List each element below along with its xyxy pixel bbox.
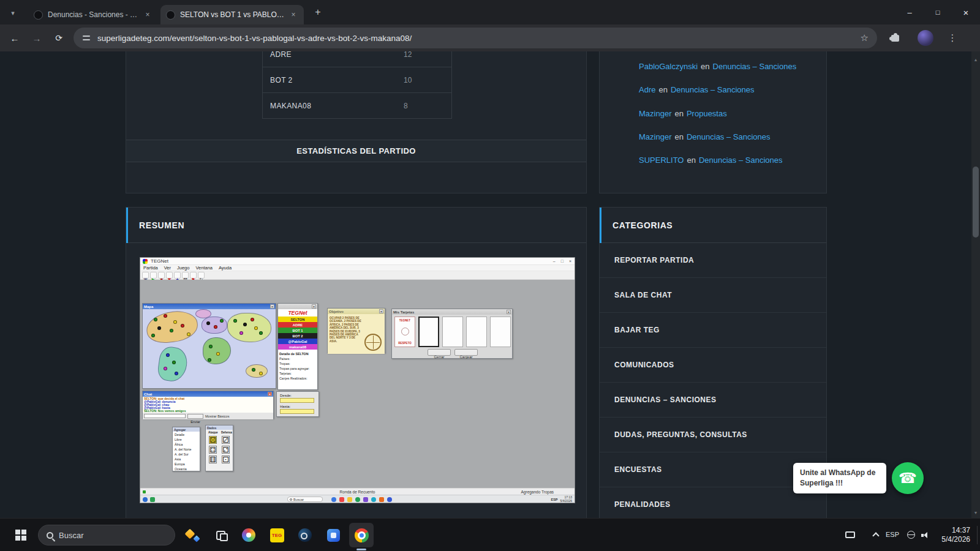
profile-avatar[interactable] xyxy=(918,30,933,46)
color-wheel-icon xyxy=(242,528,255,542)
comment-topic-link[interactable]: Denuncias – Sanciones xyxy=(671,85,755,94)
category-dudas-preguntas[interactable]: DUDAS, PREGUNTAS, CONSULTAS xyxy=(600,418,826,452)
close-icon xyxy=(270,304,274,309)
comment-topic-link[interactable]: Denuncias – Sanciones xyxy=(699,156,783,165)
army-marker xyxy=(170,329,173,332)
minimize-button[interactable] xyxy=(895,0,924,24)
teg-toolbar xyxy=(140,271,575,280)
comment-author-link[interactable]: Mazinger xyxy=(639,109,671,118)
app-button[interactable] xyxy=(236,523,261,547)
bookmark-star-icon[interactable] xyxy=(861,32,869,43)
tab-denuncias[interactable]: Denuncias - Sanciones - Superliga xyxy=(28,5,158,24)
show-desktop-divider[interactable] xyxy=(977,526,978,544)
browser-toolbar: superligadeteg.com/event/selton-vs-bot-1… xyxy=(0,24,980,51)
task-view-button[interactable] xyxy=(208,523,233,547)
reload-button[interactable] xyxy=(50,29,67,47)
comment-topic-link[interactable]: Denuncias – Sanciones xyxy=(713,62,797,71)
comment-author-link[interactable]: PabloGalczynski xyxy=(639,62,698,71)
recent-comments-panel: PabloGalczynski en Denuncias – Sanciones… xyxy=(599,51,827,193)
army-marker xyxy=(209,345,213,348)
taskbar-search[interactable]: Buscar xyxy=(38,525,175,545)
scroll-up-icon[interactable] xyxy=(973,53,978,64)
match-screenshot-image[interactable]: TEGNet –□× Partida Ver Juego Ventana Ayu… xyxy=(140,258,575,503)
player-row: BOT 2 xyxy=(278,333,317,339)
toolbar-refresh-icon xyxy=(198,272,205,279)
scrollbar-thumb[interactable] xyxy=(973,167,979,238)
toolbar-play-icon xyxy=(150,272,157,279)
mostrar-basicos-label: Mostrar Básicos xyxy=(205,414,229,418)
search-placeholder: Buscar xyxy=(59,531,83,540)
table-row: MAKANA08 8 xyxy=(263,93,451,119)
app-button[interactable] xyxy=(293,523,317,547)
mini-app-icon xyxy=(371,497,376,502)
category-penalidades[interactable]: PENALIDADES xyxy=(600,487,826,518)
tab-match[interactable]: SELTON vs BOT 1 vs PABLOGAL xyxy=(160,5,304,24)
back-button[interactable] xyxy=(6,29,23,47)
teg-chat-window: Chat SELTON: que decida el chat @PabloGa… xyxy=(142,391,274,419)
page-scrollbar[interactable] xyxy=(971,51,980,518)
category-reportar-partida[interactable]: REPORTAR PARTIDA xyxy=(600,243,826,278)
comment-author-link[interactable]: SUPERLITO xyxy=(639,156,684,165)
start-button[interactable] xyxy=(9,523,33,547)
hasta-field xyxy=(280,409,314,414)
tab-search-button[interactable] xyxy=(6,6,20,19)
tray-chevron-up-icon[interactable] xyxy=(872,532,879,539)
copilot-button[interactable] xyxy=(180,523,205,547)
chat-window-titlebar: Chat xyxy=(143,391,273,397)
category-comunicados[interactable]: COMUNICADOS xyxy=(600,348,826,383)
comment-topic-link[interactable]: Denuncias – Sanciones xyxy=(687,132,771,141)
mini-app-icon xyxy=(339,497,344,502)
close-button[interactable] xyxy=(952,0,980,24)
network-icon[interactable] xyxy=(907,531,915,539)
page-viewport: ADRE 12 BOT 2 10 MAKANA08 8 ESTADÍSTICAS… xyxy=(0,51,980,518)
resumen-panel: RESUMEN TEGNet –□× Partida Ver Juego Ven… xyxy=(126,207,587,518)
objective-card: OCUPAR 2 PAÍSES DE OCEANÍA, 2 PAÍSES DE … xyxy=(328,314,385,354)
comment-author-link[interactable]: Mazinger xyxy=(639,132,671,141)
category-bajar-teg[interactable]: BAJAR TEG xyxy=(600,313,826,348)
categories-header: CATEGORIAS xyxy=(600,208,826,243)
whatsapp-button[interactable] xyxy=(892,462,924,494)
category-sala-de-chat[interactable]: SALA DE CHAT xyxy=(600,278,826,313)
address-bar[interactable]: superligadeteg.com/event/selton-vs-bot-1… xyxy=(74,28,877,48)
comment-entry: Adre en Denuncias – Sanciones xyxy=(639,84,755,95)
cerrar-button: Cerrar xyxy=(428,349,451,356)
maximize-button[interactable] xyxy=(924,0,952,24)
teg-app-button[interactable]: TEG xyxy=(265,523,289,547)
language-indicator[interactable]: ESP xyxy=(886,531,899,538)
comment-topic-link[interactable]: Propuestas xyxy=(687,109,727,118)
agregar-list: Detalle Libre África A. del Norte A. del… xyxy=(173,432,200,472)
volume-icon[interactable] xyxy=(921,531,929,539)
extensions-icon[interactable] xyxy=(889,32,901,43)
chrome-app-button[interactable] xyxy=(349,523,374,547)
tab-close-icon[interactable] xyxy=(288,10,298,20)
chrome-icon xyxy=(355,528,369,542)
army-marker xyxy=(164,367,167,370)
army-marker xyxy=(259,372,263,375)
tab-title: Denuncias - Sanciones - Superliga xyxy=(48,10,139,19)
resumen-header: RESUMEN xyxy=(126,208,586,243)
new-tab-button[interactable] xyxy=(311,6,325,19)
round-status: Ronda de Recuento xyxy=(140,490,575,494)
army-marker xyxy=(214,325,217,329)
site-settings-icon[interactable] xyxy=(82,34,91,42)
teg-status-bar: Ronda de Recuento Agregando Tropas xyxy=(140,488,575,495)
scroll-down-icon[interactable] xyxy=(973,506,978,517)
army-marker xyxy=(243,323,247,326)
app-button[interactable] xyxy=(321,523,345,547)
category-denuncias-sanciones[interactable]: DENUNCIAS – SANCIONES xyxy=(600,383,826,418)
desde-label: Desde: xyxy=(280,394,292,397)
card-slot-selected xyxy=(418,317,439,347)
taskbar-clock[interactable]: 14:37 5/4/2026 xyxy=(941,526,970,544)
mini-app-icon xyxy=(355,497,360,502)
tab-close-icon[interactable] xyxy=(143,10,153,20)
touch-keyboard-icon[interactable] xyxy=(845,531,855,538)
forward-button[interactable] xyxy=(28,29,45,47)
tab-title: SELTON vs BOT 1 vs PABLOGAL xyxy=(180,10,285,19)
comment-entry: Mazinger en Propuestas xyxy=(639,108,727,119)
browser-menu-icon[interactable] xyxy=(944,30,960,46)
agregar-item: A. del Norte xyxy=(175,447,198,452)
mini-app-icon xyxy=(331,497,336,502)
army-marker xyxy=(173,320,177,324)
comment-author-link[interactable]: Adre xyxy=(639,85,655,94)
category-encuestas[interactable]: ENCUESTAS xyxy=(600,452,826,487)
